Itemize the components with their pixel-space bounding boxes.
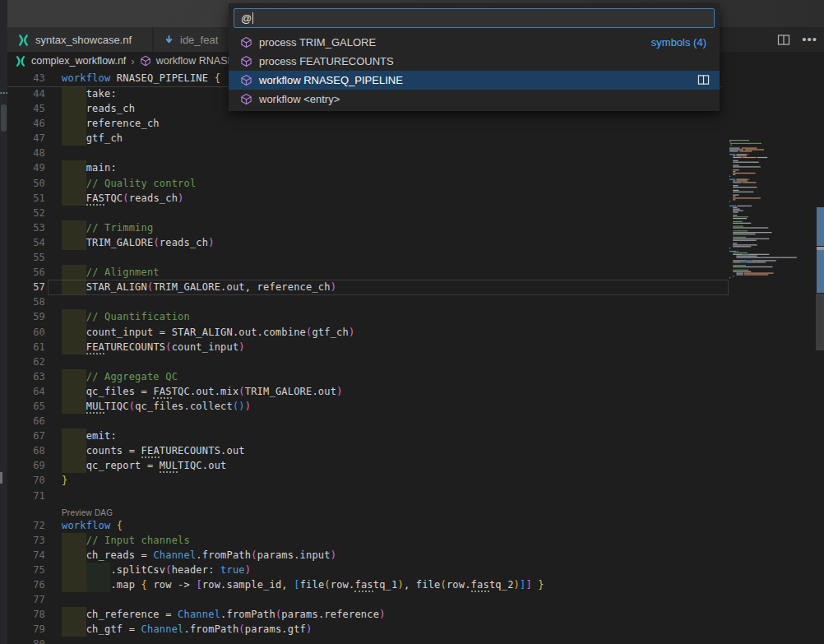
code-line[interactable]: 72workflow { [7, 518, 824, 533]
code-line[interactable]: 55 [7, 250, 824, 265]
code-token: header: [172, 564, 220, 576]
code-line[interactable]: 54 TRIM_GALORE(reads_ch) [7, 235, 824, 250]
code-line[interactable]: 62 [7, 354, 824, 369]
vscode-window: { "tabs": [ {"label": "syntax_showcase.n… [0, 0, 824, 644]
split-editor-icon[interactable] [697, 74, 710, 86]
line-number: 50 [7, 176, 45, 191]
code-line[interactable]: 74 ch_reads = Channel.fromPath(params.in… [7, 548, 824, 563]
code-line[interactable]: 51 FASTQC(reads_ch) [7, 191, 824, 206]
code-line[interactable]: 69 qc_report = MULTIQC.out [7, 458, 824, 473]
code-token [62, 535, 86, 546]
code-token: // Quantification [86, 311, 190, 322]
code-text: emit: [62, 429, 117, 443]
quick-open-item[interactable]: workflow <entry> [229, 90, 720, 109]
split-editor-icon[interactable] [777, 34, 790, 46]
code-line[interactable]: 75 .splitCsv(header: true) [7, 563, 824, 577]
code-line[interactable]: 56 // Alignment [7, 265, 824, 280]
line-number: 64 [7, 384, 45, 399]
collapsed-sidebar-strip[interactable]: ••• [0, 0, 7, 644]
code-token: ) [238, 401, 244, 412]
code-line[interactable]: 80 [7, 637, 824, 644]
code-token: // Input channels [86, 535, 190, 546]
line-number: 70 [7, 473, 45, 488]
quick-open-item[interactable]: process FEATURECOUNTS [229, 52, 720, 71]
code-line[interactable]: 49 main: [7, 160, 824, 175]
quick-open-item[interactable]: workflow RNASEQ_PIPELINE [229, 71, 720, 90]
code-token: file [300, 579, 325, 591]
code-line[interactable]: 64 qc_files = FASTQC.out.mix(TRIM_GALORE… [7, 384, 824, 399]
code-token [62, 266, 86, 278]
code-token: ( [165, 564, 171, 576]
code-token: .fromPath [184, 623, 239, 635]
code-line[interactable]: 53 // Trimming [7, 220, 824, 235]
code-editor[interactable]: 43workflow RNASEQ_PIPELINE { 44 take:45 … [7, 70, 824, 644]
code-line[interactable]: 71 [7, 489, 824, 503]
code-line[interactable]: 66 [7, 414, 824, 429]
code-token: ) [306, 623, 312, 635]
code-line[interactable]: 60 count_input = STAR_ALIGN.out.combine(… [7, 325, 824, 340]
quick-open-item[interactable]: process TRIM_GALOREsymbols (4) [229, 33, 720, 52]
code-token: qc_files = [62, 386, 153, 397]
code-token: ( [129, 401, 135, 412]
code-text: TRIM_GALORE(reads_ch) [62, 235, 215, 250]
editor-actions: ••• [777, 27, 817, 52]
line-number: 72 [7, 518, 45, 533]
code-line[interactable]: 76 .map { row -> [row.sample_id, [file(r… [7, 577, 824, 592]
code-line[interactable]: 67 emit: [7, 429, 824, 443]
line-number: 69 [7, 458, 45, 473]
code-token: TQC.out.mix [172, 386, 239, 397]
code-line[interactable]: 57 STAR_ALIGN(TRIM_GALORE.out, reference… [7, 280, 824, 294]
code-line[interactable]: 50 // Quality control [7, 176, 824, 191]
line-number: 76 [7, 577, 45, 592]
code-token: count_input [172, 341, 239, 353]
line-number: 44 [7, 86, 45, 101]
code-token: , file [404, 579, 441, 591]
editor-scrollbar-thumb[interactable] [816, 294, 824, 350]
code-token: main: [62, 162, 117, 174]
more-dots-icon: ••• [0, 90, 7, 95]
code-line[interactable]: 61 FEATURECOUNTS(count_input) [7, 340, 824, 354]
code-line[interactable]: 46 reference_ch [7, 116, 824, 131]
line-number: 49 [7, 160, 45, 175]
code-text: reads_ch [62, 101, 135, 116]
tab-label: ide_feat [180, 34, 218, 46]
code-line[interactable]: 79 ch_gtf = Channel.fromPath(params.gtf) [7, 622, 824, 637]
line-number: 66 [7, 414, 45, 429]
more-actions-icon[interactable]: ••• [802, 35, 817, 44]
quick-open-input[interactable]: @ [234, 8, 715, 28]
code-token: ( [251, 549, 257, 561]
breadcrumb-file[interactable]: complex_workflow.nf [31, 55, 126, 67]
code-token: row.sample_id, [202, 579, 294, 591]
breadcrumb-separator: › [131, 55, 134, 67]
code-line[interactable]: 65 MULTIQC(qc_files.collect()) [7, 399, 824, 414]
minimap[interactable] [729, 140, 803, 290]
code-line[interactable]: 47 gtf_ch [7, 131, 824, 146]
code-text: main: [62, 160, 117, 175]
symbol-cube-icon [140, 55, 151, 67]
code-token: STAR_ALIGN [62, 281, 147, 293]
code-line[interactable]: 70} [7, 473, 824, 488]
code-token: ) [397, 579, 403, 591]
sidebar-scrollbar-thumb[interactable] [1, 104, 7, 132]
code-line[interactable]: 48 [7, 146, 824, 160]
symbols-count-badge[interactable]: symbols (4) [651, 36, 706, 49]
tab-syntax-showcase[interactable]: syntax_showcase.nf [7, 27, 153, 52]
code-line[interactable]: 58 [7, 294, 824, 309]
code-token: ( [324, 579, 330, 591]
code-line[interactable]: 68 counts = FEATURECOUNTS.out [7, 443, 824, 458]
quick-open-results: process TRIM_GALOREsymbols (4)process FE… [229, 33, 720, 109]
code-line[interactable]: 63 // Aggregate QC [7, 369, 824, 384]
code-line[interactable]: 73 // Input channels [7, 533, 824, 548]
code-token: ch_reads = [62, 549, 153, 561]
code-token: ) [379, 609, 385, 620]
code-token: gtf_ch [312, 327, 349, 338]
code-token: MUL [160, 460, 178, 473]
code-token: ) [245, 564, 251, 576]
line-number: 75 [7, 563, 45, 577]
line-number: 80 [7, 637, 45, 644]
code-text: ch_reads = Channel.fromPath(params.input… [62, 548, 336, 563]
code-line[interactable]: 52 [7, 206, 824, 220]
code-line[interactable]: 77 [7, 592, 824, 607]
code-line[interactable]: 59 // Quantification [7, 309, 824, 324]
code-line[interactable]: 78 ch_reference = Channel.fromPath(param… [7, 607, 824, 622]
